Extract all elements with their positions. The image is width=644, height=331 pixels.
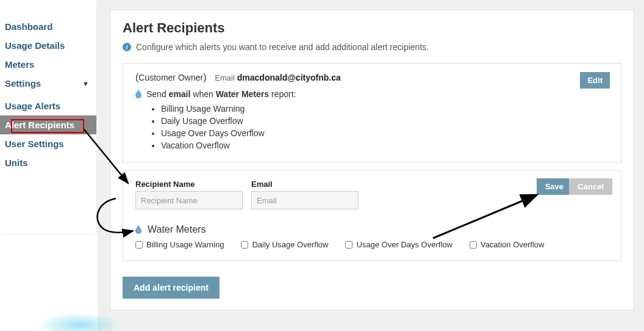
list-item: Vacation Overflow	[161, 139, 609, 151]
page-title: Alert Recipients	[123, 20, 621, 36]
save-button[interactable]: Save	[537, 178, 572, 195]
owner-email: dmacdonald@cityofnb.ca	[237, 73, 341, 82]
owner-card: Edit (Customer Owner) Email dmacdonald@c…	[123, 63, 621, 163]
checkbox-daily-usage-overflow[interactable]: Daily Usage Overflow	[241, 240, 328, 249]
sidebar-sub-alert-recipients[interactable]: Alert Recipients	[0, 115, 96, 134]
recipient-name-input[interactable]	[135, 191, 243, 209]
owner-alert-list: Billing Usage Warning Daily Usage Overfl…	[161, 103, 609, 151]
cancel-button[interactable]: Cancel	[569, 178, 612, 195]
water-meters-heading: Water Meters	[135, 224, 609, 235]
recipient-email-label: Email	[251, 180, 359, 189]
alert-options-row: Billing Usage Warning Daily Usage Overfl…	[135, 240, 609, 249]
panel-alert-recipients: Alert Recipients i Configure which alert…	[110, 10, 634, 310]
info-row: i Configure which alerts you want to rec…	[123, 42, 621, 52]
recipient-email-input[interactable]	[251, 191, 359, 209]
info-text: Configure which alerts you want to recei…	[136, 42, 429, 52]
sidebar-sub-user-settings[interactable]: User Settings	[0, 134, 96, 153]
sidebar-item-dashboard[interactable]: Dashboard	[0, 17, 96, 36]
sidebar-sub-usage-alerts[interactable]: Usage Alerts	[0, 96, 96, 115]
info-icon: i	[123, 43, 131, 51]
sidebar-sub-units[interactable]: Units	[0, 153, 96, 172]
checkbox-input[interactable]	[241, 241, 248, 249]
sidebar-item-settings[interactable]: Settings ▼	[0, 74, 96, 93]
checkbox-input[interactable]	[470, 241, 477, 249]
main-content: Alert Recipients i Configure which alert…	[98, 0, 644, 331]
sidebar-item-usage-details[interactable]: Usage Details	[0, 36, 96, 55]
chevron-down-icon: ▼	[82, 80, 89, 87]
sidebar-item-meters[interactable]: Meters	[0, 55, 96, 74]
checkbox-billing-usage-warning[interactable]: Billing Usage Warning	[135, 240, 224, 249]
checkbox-vacation-overflow[interactable]: Vacation Overflow	[470, 240, 545, 249]
recipient-email-field: Email	[251, 180, 359, 209]
owner-email-label: Email	[215, 73, 235, 82]
add-alert-recipient-button[interactable]: Add alert recipient	[123, 277, 220, 299]
water-drop-icon	[135, 225, 141, 234]
edit-button[interactable]: Edit	[580, 72, 610, 89]
owner-line: (Customer Owner) Email dmacdonald@cityof…	[135, 72, 609, 83]
recipient-form-card: Save Cancel Recipient Name Email Water M…	[123, 170, 621, 261]
list-item: Billing Usage Warning	[161, 103, 609, 115]
checkbox-usage-over-days-overflow[interactable]: Usage Over Days Overflow	[345, 240, 453, 249]
owner-role: Customer Owner	[138, 73, 203, 82]
recipient-name-label: Recipient Name	[135, 180, 243, 189]
sidebar-item-label: Settings	[5, 78, 41, 89]
recipient-name-field: Recipient Name	[135, 180, 243, 209]
send-line: Send email when Water Meters report:	[135, 89, 609, 99]
list-item: Usage Over Days Overflow	[161, 127, 609, 139]
sidebar: Dashboard Usage Details Meters Settings …	[0, 0, 96, 234]
checkbox-input[interactable]	[345, 241, 352, 249]
water-drop-icon	[135, 90, 141, 98]
checkbox-input[interactable]	[135, 241, 143, 249]
list-item: Daily Usage Overflow	[161, 115, 609, 127]
